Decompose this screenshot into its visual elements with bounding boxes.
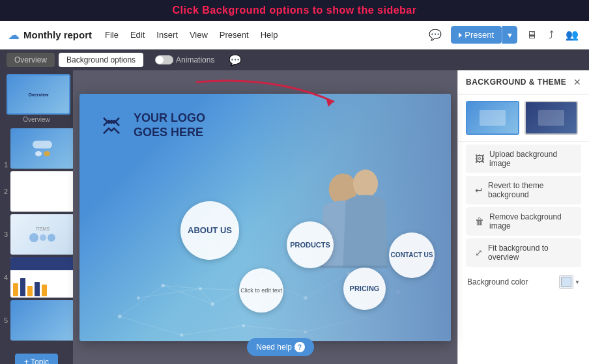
users-icon-btn[interactable]: 👥: [563, 27, 581, 42]
present-dropdown-btn[interactable]: ▼: [502, 26, 517, 44]
color-swatch-inner: [561, 277, 571, 287]
tab-overview[interactable]: Overview: [7, 53, 55, 67]
color-swatch-container[interactable]: ▼: [559, 275, 580, 289]
slide-thumb-2[interactable]: [10, 171, 73, 212]
circle-contact-us[interactable]: CONTACT US: [389, 232, 435, 278]
sidebar-close-button[interactable]: ✕: [573, 77, 581, 87]
slide-panel: Overview Overview 1 2: [0, 70, 73, 364]
slide-thumb-4[interactable]: [10, 257, 73, 298]
share-icon-btn[interactable]: ⤴: [546, 28, 556, 42]
svg-point-28: [353, 169, 378, 197]
upload-icon: 🖼: [475, 154, 484, 164]
upload-bg-label: Upload background image: [489, 150, 572, 168]
revert-icon: ↩: [475, 185, 483, 195]
circle-about-us[interactable]: ABOUT US: [180, 201, 239, 260]
menu-view[interactable]: View: [190, 30, 208, 40]
slide-thumb-5[interactable]: [10, 300, 73, 341]
slide2-content: [10, 171, 73, 212]
header-bar: ☁ Monthly report File Edit Insert View P…: [0, 21, 589, 49]
chat-icon-btn[interactable]: 💬: [426, 27, 444, 42]
slide-num-1: 1: [4, 161, 8, 169]
theme-thumb-1[interactable]: [466, 101, 519, 135]
slide-num-5: 5: [4, 316, 8, 324]
slide-num-2: 2: [4, 188, 8, 195]
theme-thumb-2[interactable]: [524, 101, 578, 135]
slide-thumbnail-overview: Overview Overview: [4, 74, 69, 126]
add-topic-button[interactable]: + Topic: [15, 354, 58, 364]
menu-help[interactable]: Help: [261, 30, 278, 40]
color-swatch[interactable]: [559, 275, 573, 289]
svg-point-15: [118, 315, 122, 318]
main-layout: Overview Overview 1 2: [0, 70, 589, 364]
fit-bg-label: Fit background to overview: [488, 244, 572, 262]
revert-theme-label: Revert to theme background: [488, 181, 572, 199]
tab-animations[interactable]: Animations: [147, 53, 222, 67]
fit-bg-button[interactable]: ⤢ Fit background to overview: [466, 238, 581, 267]
slide-wrapper-1: 1: [4, 128, 69, 169]
animations-toggle[interactable]: [155, 55, 173, 64]
svg-line-1: [120, 285, 164, 316]
cloud-icon: ☁: [8, 28, 20, 42]
circle-click-edit[interactable]: Click to edit text: [239, 268, 283, 313]
sidebar-title: BACKGROUND & THEME: [466, 77, 566, 87]
overview-label: Overview: [7, 116, 66, 123]
main-slide-canvas[interactable]: YOUR LOGO GOES HERE ABOUT US PRODUCTS CO…: [79, 94, 451, 341]
slide4-content: [10, 257, 73, 298]
canvas-area: YOUR LOGO GOES HERE ABOUT US PRODUCTS CO…: [73, 70, 457, 364]
theme-thumbnails: [458, 94, 589, 142]
svg-line-8: [182, 326, 244, 335]
present-button[interactable]: Present: [451, 26, 502, 44]
slide-wrapper-2: 2: [4, 171, 69, 212]
toolbar: Overview Background options Animations 💬: [0, 49, 589, 70]
menu-edit[interactable]: Edit: [130, 30, 145, 40]
svg-rect-29: [321, 265, 388, 268]
slide-thumb-3[interactable]: ITEMS: [10, 214, 73, 255]
need-help-button[interactable]: Need help ?: [247, 338, 314, 356]
svg-point-23: [242, 324, 245, 327]
main-menu: File Edit Insert View Present Help: [105, 30, 421, 40]
slide5-content: [10, 300, 73, 341]
menu-present[interactable]: Present: [220, 30, 249, 40]
slide3-content: ITEMS: [10, 214, 73, 255]
logo-text: YOUR LOGO GOES HERE: [134, 111, 205, 139]
need-help-label: Need help: [256, 343, 292, 352]
slide-thumb-1[interactable]: [10, 128, 73, 169]
sidebar-header: BACKGROUND & THEME ✕: [458, 70, 589, 94]
banner-text: Click Background options to show the sid…: [173, 5, 417, 16]
chat-toolbar-icon[interactable]: 💬: [229, 54, 242, 66]
monitor-icon-btn[interactable]: 🖥: [524, 28, 539, 42]
svg-point-26: [199, 287, 202, 290]
remove-icon: 🗑: [475, 216, 484, 227]
svg-point-25: [137, 296, 140, 300]
slide-thumb-overview[interactable]: Overview: [7, 74, 70, 115]
revert-theme-button[interactable]: ↩ Revert to theme background: [466, 176, 581, 204]
remove-bg-label: Remove background image: [489, 212, 572, 231]
bg-color-row: Background color ▼: [458, 270, 589, 294]
svg-point-17: [210, 302, 214, 306]
instruction-banner: Click Background options to show the sid…: [0, 0, 589, 21]
menu-insert[interactable]: Insert: [156, 30, 178, 40]
slide1-content: [10, 128, 73, 169]
svg-line-11: [138, 288, 200, 298]
present-label: Present: [465, 30, 494, 40]
circle-pricing[interactable]: PRICING: [343, 268, 386, 310]
header-actions: 💬 Present ▼ 🖥 ⤴ 👥: [426, 26, 581, 44]
slide-num-3: 3: [4, 231, 8, 238]
remove-bg-button[interactable]: 🗑 Remove background image: [466, 207, 581, 236]
svg-point-16: [161, 283, 165, 287]
svg-line-13: [163, 285, 200, 288]
logo-icon: [96, 110, 127, 141]
upload-bg-image-button[interactable]: 🖼 Upload background image: [466, 145, 581, 173]
overview-preview: Overview: [8, 76, 69, 113]
canvas-logo: YOUR LOGO GOES HERE: [96, 110, 205, 141]
app-logo[interactable]: ☁ Monthly report: [8, 28, 92, 42]
slide-num-4: 4: [4, 273, 8, 281]
tab-background-options[interactable]: Background options: [59, 53, 143, 67]
help-question-icon: ?: [294, 342, 305, 352]
add-topic-container: + Topic: [4, 343, 69, 364]
slide-wrapper-3: 3 ITEMS: [4, 214, 69, 255]
circle-products[interactable]: PRODUCTS: [287, 221, 334, 268]
menu-file[interactable]: File: [105, 30, 119, 40]
color-dropdown-arrow[interactable]: ▼: [575, 279, 580, 285]
bg-color-label: Background color: [467, 277, 528, 287]
